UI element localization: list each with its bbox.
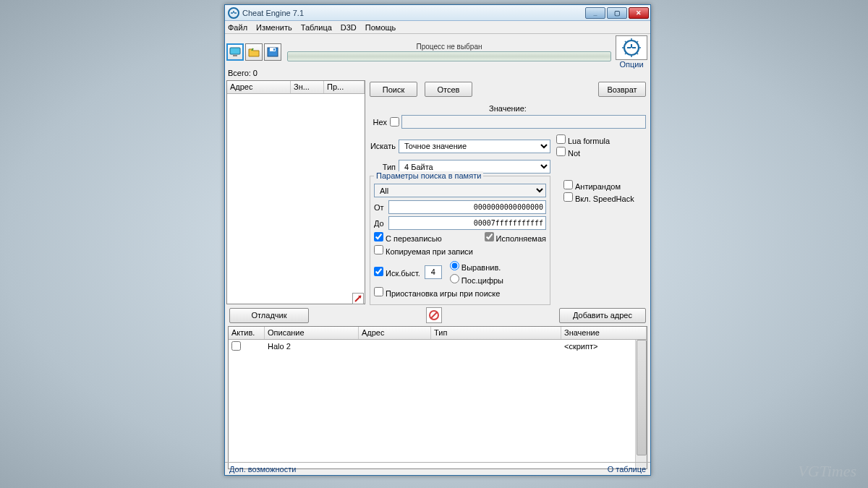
value-label: Значение: bbox=[489, 104, 527, 113]
window-title: Cheat Engine 7.1 bbox=[242, 9, 585, 17]
menubar: Файл Изменить Таблица D3D Помощь bbox=[225, 21, 650, 34]
group-title: Параметры поиска в памяти bbox=[374, 171, 483, 180]
add-address-button[interactable]: Добавить адрес bbox=[559, 308, 646, 323]
progress-bar bbox=[287, 51, 611, 61]
pause-game-checkbox[interactable]: Приостановка игры при поиске bbox=[374, 287, 500, 298]
col-description[interactable]: Описание bbox=[265, 327, 359, 339]
toolbar: Процесс не выбран Опции bbox=[225, 34, 650, 69]
arrow-diagonal-icon bbox=[354, 294, 362, 303]
entry-value[interactable]: <скрипт> bbox=[561, 342, 647, 351]
total-found: Всего: 0 bbox=[225, 69, 650, 79]
alignment-radio[interactable]: Выравнив. bbox=[446, 259, 503, 272]
hex-label: Hex bbox=[370, 118, 390, 127]
ce-logo-button[interactable] bbox=[616, 35, 647, 60]
floppy-icon bbox=[267, 47, 278, 57]
range-stop-input[interactable] bbox=[388, 216, 546, 230]
app-icon bbox=[228, 7, 239, 19]
about-table-link[interactable]: О таблице bbox=[608, 465, 646, 474]
open-process-button[interactable] bbox=[226, 43, 244, 61]
ce-logo-icon bbox=[621, 37, 642, 59]
statusbar: Доп. возможности О таблице bbox=[225, 462, 650, 475]
memory-scan-options-group: Параметры поиска в памяти All От До bbox=[370, 176, 550, 305]
open-file-button[interactable] bbox=[245, 43, 263, 61]
svg-line-12 bbox=[637, 53, 638, 54]
minimize-button[interactable]: _ bbox=[585, 7, 605, 19]
copy-on-write-checkbox[interactable]: Копируемая при записи bbox=[374, 245, 473, 256]
advanced-options-link[interactable]: Доп. возможности bbox=[229, 465, 296, 474]
total-label: Всего: bbox=[228, 69, 251, 77]
menu-file[interactable]: Файл bbox=[228, 23, 247, 32]
range-start-input[interactable] bbox=[388, 200, 546, 214]
last-digits-radio[interactable]: Пос.цифры bbox=[446, 272, 503, 285]
next-scan-button[interactable]: Отсев bbox=[425, 82, 472, 97]
svg-line-18 bbox=[431, 312, 437, 318]
address-list-header: Актив. Описание Адрес Тип Значение bbox=[229, 327, 647, 340]
options-link[interactable]: Опции bbox=[619, 60, 643, 69]
reset-button[interactable] bbox=[426, 307, 442, 323]
address-list[interactable]: Актив. Описание Адрес Тип Значение Halo … bbox=[228, 326, 647, 469]
process-status-label: Процесс не выбран bbox=[287, 43, 611, 51]
col-value[interactable]: Зн... bbox=[291, 81, 324, 93]
address-list-scrollbar[interactable]: ▴ bbox=[635, 340, 647, 468]
antirandom-checkbox[interactable]: Антирандом bbox=[563, 180, 634, 191]
first-scan-button[interactable]: Поиск bbox=[370, 82, 417, 97]
no-entry-icon bbox=[428, 309, 440, 321]
fast-scan-checkbox[interactable]: Иск.быст. bbox=[374, 267, 420, 278]
svg-rect-1 bbox=[230, 48, 240, 54]
entry-active-checkbox[interactable] bbox=[231, 341, 241, 351]
computer-icon bbox=[229, 47, 241, 57]
svg-line-14 bbox=[625, 53, 626, 54]
alignment-input[interactable] bbox=[425, 265, 442, 279]
results-list[interactable]: Адрес Зн... Пр... bbox=[226, 80, 365, 304]
speedhack-checkbox[interactable]: Вкл. SpeedHack bbox=[563, 192, 634, 203]
svg-rect-2 bbox=[233, 55, 237, 56]
memory-region-select[interactable]: All bbox=[374, 184, 546, 197]
mid-action-bar: Отладчик Добавить адрес bbox=[225, 306, 650, 325]
clear-list-button[interactable] bbox=[352, 293, 364, 304]
table-row[interactable]: Halo 2 <скрипт> bbox=[229, 340, 647, 353]
col-active[interactable]: Актив. bbox=[229, 327, 265, 339]
maximize-button[interactable]: ▢ bbox=[607, 7, 627, 19]
not-checkbox[interactable]: Not bbox=[556, 147, 610, 158]
col-address[interactable]: Адрес bbox=[227, 81, 291, 93]
scroll-thumb[interactable] bbox=[637, 340, 647, 455]
svg-line-11 bbox=[625, 41, 626, 43]
menu-edit[interactable]: Изменить bbox=[256, 23, 292, 32]
titlebar[interactable]: Cheat Engine 7.1 _ ▢ ✕ bbox=[225, 5, 650, 21]
svg-rect-5 bbox=[273, 48, 275, 51]
save-button[interactable] bbox=[264, 43, 281, 61]
writable-checkbox[interactable]: С перезаписью bbox=[374, 232, 442, 243]
hex-checkbox[interactable] bbox=[390, 117, 399, 127]
watermark: VGTimes bbox=[798, 462, 856, 481]
to-label: До bbox=[374, 219, 388, 228]
scan-type-select[interactable]: Точное значение bbox=[399, 140, 550, 153]
valuetype-label: Тип bbox=[370, 163, 399, 171]
scan-panel: Поиск Отсев Возврат Значение: Hex Искать… bbox=[367, 79, 650, 306]
entry-description[interactable]: Halo 2 bbox=[265, 342, 359, 351]
menu-table[interactable]: Таблица bbox=[301, 23, 332, 32]
from-label: От bbox=[374, 203, 388, 212]
lua-formula-checkbox[interactable]: Lua formula bbox=[556, 134, 610, 145]
menu-d3d[interactable]: D3D bbox=[341, 23, 357, 32]
col-previous[interactable]: Пр... bbox=[324, 81, 365, 93]
col-addr[interactable]: Адрес bbox=[359, 327, 431, 339]
total-count: 0 bbox=[253, 69, 258, 77]
col-type[interactable]: Тип bbox=[431, 327, 561, 339]
menu-help[interactable]: Помощь bbox=[365, 23, 396, 32]
undo-scan-button[interactable]: Возврат bbox=[598, 82, 646, 97]
executable-checkbox[interactable]: Исполняемая bbox=[485, 232, 546, 243]
folder-open-icon bbox=[248, 47, 260, 57]
close-button[interactable]: ✕ bbox=[629, 7, 649, 19]
memory-view-button[interactable]: Отладчик bbox=[229, 308, 309, 323]
app-window: Cheat Engine 7.1 _ ▢ ✕ Файл Изменить Таб… bbox=[224, 4, 651, 476]
scantype-label: Искать bbox=[370, 142, 399, 150]
value-input[interactable] bbox=[401, 115, 646, 129]
results-header: Адрес Зн... Пр... bbox=[227, 81, 365, 94]
svg-line-13 bbox=[637, 41, 638, 43]
col-val[interactable]: Значение bbox=[561, 327, 647, 339]
